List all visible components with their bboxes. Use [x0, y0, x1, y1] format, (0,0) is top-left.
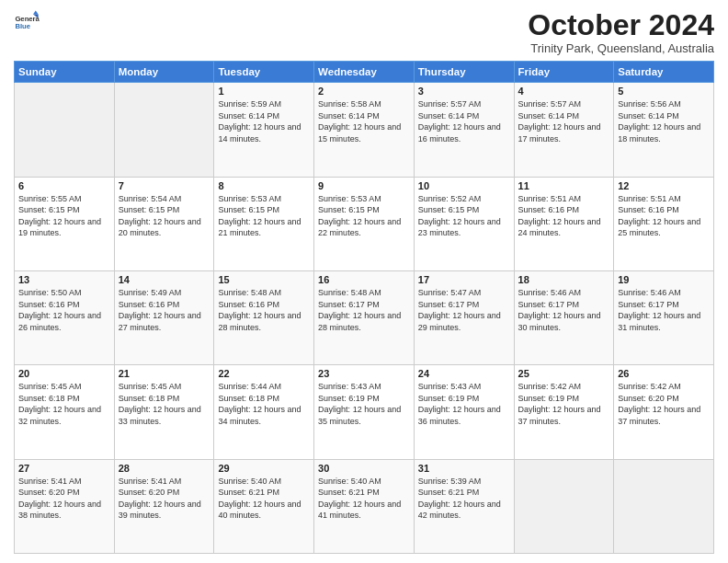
day-info: Sunrise: 5:57 AMSunset: 6:14 PMDaylight:… [518, 98, 610, 144]
day-info: Sunrise: 5:46 AMSunset: 6:17 PMDaylight:… [518, 287, 610, 333]
svg-text:Blue: Blue [15, 22, 30, 30]
calendar-week-5: 27Sunrise: 5:41 AMSunset: 6:20 PMDayligh… [15, 459, 714, 553]
calendar-cell: 12Sunrise: 5:51 AMSunset: 6:16 PMDayligh… [614, 177, 714, 270]
day-info: Sunrise: 5:40 AMSunset: 6:21 PMDaylight:… [218, 476, 310, 522]
day-number: 22 [218, 368, 310, 379]
day-number: 17 [418, 274, 510, 285]
calendar-week-1: 1Sunrise: 5:59 AMSunset: 6:14 PMDaylight… [15, 83, 714, 177]
calendar-cell: 3Sunrise: 5:57 AMSunset: 6:14 PMDaylight… [414, 83, 514, 177]
location-subtitle: Trinity Park, Queensland, Australia [528, 41, 714, 55]
day-number: 16 [318, 274, 410, 285]
calendar-cell [114, 83, 214, 177]
day-header-monday: Monday [114, 62, 214, 83]
day-header-friday: Friday [514, 62, 614, 83]
calendar-cell: 23Sunrise: 5:43 AMSunset: 6:19 PMDayligh… [314, 365, 415, 459]
day-header-wednesday: Wednesday [314, 62, 415, 83]
day-number: 15 [218, 274, 310, 285]
day-number: 13 [18, 274, 110, 285]
day-number: 11 [518, 180, 610, 191]
day-info: Sunrise: 5:50 AMSunset: 6:16 PMDaylight:… [18, 287, 110, 333]
calendar-cell: 10Sunrise: 5:52 AMSunset: 6:15 PMDayligh… [414, 177, 514, 270]
calendar-cell: 22Sunrise: 5:44 AMSunset: 6:18 PMDayligh… [214, 365, 314, 459]
day-info: Sunrise: 5:49 AMSunset: 6:16 PMDaylight:… [119, 287, 210, 333]
day-header-sunday: Sunday [15, 62, 115, 83]
day-info: Sunrise: 5:59 AMSunset: 6:14 PMDaylight:… [218, 98, 310, 144]
logo-icon: General Blue [14, 9, 40, 35]
calendar-cell: 27Sunrise: 5:41 AMSunset: 6:20 PMDayligh… [15, 459, 115, 553]
day-info: Sunrise: 5:48 AMSunset: 6:16 PMDaylight:… [218, 287, 310, 333]
day-number: 23 [318, 368, 410, 379]
day-info: Sunrise: 5:56 AMSunset: 6:14 PMDaylight:… [618, 98, 710, 144]
calendar-body: 1Sunrise: 5:59 AMSunset: 6:14 PMDaylight… [15, 83, 714, 554]
day-number: 2 [318, 86, 410, 97]
day-number: 12 [618, 180, 710, 191]
calendar-cell: 19Sunrise: 5:46 AMSunset: 6:17 PMDayligh… [614, 270, 714, 364]
calendar-cell: 8Sunrise: 5:53 AMSunset: 6:15 PMDaylight… [214, 177, 314, 270]
calendar-cell: 7Sunrise: 5:54 AMSunset: 6:15 PMDaylight… [114, 177, 214, 270]
day-number: 31 [418, 463, 510, 474]
day-info: Sunrise: 5:44 AMSunset: 6:18 PMDaylight:… [218, 381, 310, 427]
day-info: Sunrise: 5:45 AMSunset: 6:18 PMDaylight:… [119, 381, 210, 427]
calendar-cell: 15Sunrise: 5:48 AMSunset: 6:16 PMDayligh… [214, 270, 314, 364]
day-number: 5 [618, 86, 710, 97]
calendar-cell: 16Sunrise: 5:48 AMSunset: 6:17 PMDayligh… [314, 270, 415, 364]
day-info: Sunrise: 5:41 AMSunset: 6:20 PMDaylight:… [119, 476, 210, 522]
day-number: 8 [218, 180, 310, 191]
calendar-cell: 1Sunrise: 5:59 AMSunset: 6:14 PMDaylight… [214, 83, 314, 177]
calendar-cell: 28Sunrise: 5:41 AMSunset: 6:20 PMDayligh… [114, 459, 214, 553]
day-info: Sunrise: 5:46 AMSunset: 6:17 PMDaylight:… [618, 287, 710, 333]
day-info: Sunrise: 5:39 AMSunset: 6:21 PMDaylight:… [418, 476, 510, 522]
calendar-cell [15, 83, 115, 177]
title-block: October 2024 Trinity Park, Queensland, A… [528, 9, 714, 55]
day-info: Sunrise: 5:43 AMSunset: 6:19 PMDaylight:… [318, 381, 410, 427]
calendar-cell: 6Sunrise: 5:55 AMSunset: 6:15 PMDaylight… [15, 177, 115, 270]
day-info: Sunrise: 5:42 AMSunset: 6:20 PMDaylight:… [618, 381, 710, 427]
day-number: 21 [119, 368, 210, 379]
calendar-cell: 31Sunrise: 5:39 AMSunset: 6:21 PMDayligh… [414, 459, 514, 553]
day-number: 19 [618, 274, 710, 285]
day-number: 28 [119, 463, 210, 474]
day-info: Sunrise: 5:57 AMSunset: 6:14 PMDaylight:… [418, 98, 510, 144]
svg-marker-2 [33, 10, 39, 14]
calendar-cell: 4Sunrise: 5:57 AMSunset: 6:14 PMDaylight… [514, 83, 614, 177]
day-number: 20 [18, 368, 110, 379]
day-number: 6 [18, 180, 110, 191]
day-number: 10 [418, 180, 510, 191]
day-number: 7 [119, 180, 210, 191]
day-number: 18 [518, 274, 610, 285]
calendar-week-2: 6Sunrise: 5:55 AMSunset: 6:15 PMDaylight… [15, 177, 714, 270]
day-number: 4 [518, 86, 610, 97]
day-number: 3 [418, 86, 510, 97]
day-number: 14 [119, 274, 210, 285]
day-info: Sunrise: 5:58 AMSunset: 6:14 PMDaylight:… [318, 98, 410, 144]
day-number: 26 [618, 368, 710, 379]
calendar-week-4: 20Sunrise: 5:45 AMSunset: 6:18 PMDayligh… [15, 365, 714, 459]
calendar-cell: 25Sunrise: 5:42 AMSunset: 6:19 PMDayligh… [514, 365, 614, 459]
day-info: Sunrise: 5:45 AMSunset: 6:18 PMDaylight:… [18, 381, 110, 427]
calendar-cell: 24Sunrise: 5:43 AMSunset: 6:19 PMDayligh… [414, 365, 514, 459]
calendar-cell: 2Sunrise: 5:58 AMSunset: 6:14 PMDaylight… [314, 83, 415, 177]
calendar-cell [514, 459, 614, 553]
day-info: Sunrise: 5:52 AMSunset: 6:15 PMDaylight:… [418, 193, 510, 239]
day-info: Sunrise: 5:53 AMSunset: 6:15 PMDaylight:… [218, 193, 310, 239]
day-number: 27 [18, 463, 110, 474]
day-info: Sunrise: 5:47 AMSunset: 6:17 PMDaylight:… [418, 287, 510, 333]
day-info: Sunrise: 5:54 AMSunset: 6:15 PMDaylight:… [119, 193, 210, 239]
calendar-cell: 14Sunrise: 5:49 AMSunset: 6:16 PMDayligh… [114, 270, 214, 364]
day-number: 24 [418, 368, 510, 379]
day-header-thursday: Thursday [414, 62, 514, 83]
day-number: 30 [318, 463, 410, 474]
calendar-cell [614, 459, 714, 553]
calendar-cell: 21Sunrise: 5:45 AMSunset: 6:18 PMDayligh… [114, 365, 214, 459]
calendar-cell: 29Sunrise: 5:40 AMSunset: 6:21 PMDayligh… [214, 459, 314, 553]
day-info: Sunrise: 5:42 AMSunset: 6:19 PMDaylight:… [518, 381, 610, 427]
day-number: 1 [218, 86, 310, 97]
day-info: Sunrise: 5:41 AMSunset: 6:20 PMDaylight:… [18, 476, 110, 522]
day-info: Sunrise: 5:43 AMSunset: 6:19 PMDaylight:… [418, 381, 510, 427]
day-number: 29 [218, 463, 310, 474]
day-info: Sunrise: 5:53 AMSunset: 6:15 PMDaylight:… [318, 193, 410, 239]
calendar-cell: 11Sunrise: 5:51 AMSunset: 6:16 PMDayligh… [514, 177, 614, 270]
calendar-week-3: 13Sunrise: 5:50 AMSunset: 6:16 PMDayligh… [15, 270, 714, 364]
day-info: Sunrise: 5:40 AMSunset: 6:21 PMDaylight:… [318, 476, 410, 522]
day-number: 25 [518, 368, 610, 379]
